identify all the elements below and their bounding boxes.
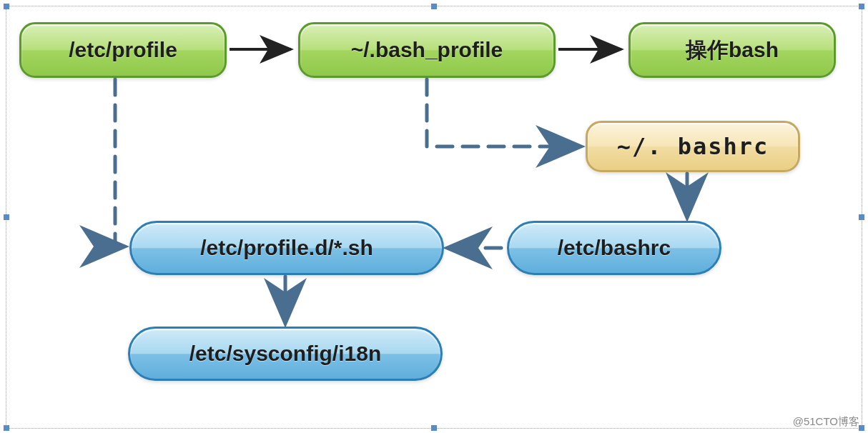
node-profile-d: /etc/profile.d/*.sh bbox=[129, 221, 444, 275]
node-sysconfig-i18n: /etc/sysconfig/i18n bbox=[128, 327, 443, 381]
node-etc-profile: /etc/profile bbox=[19, 22, 227, 78]
diagram-canvas: /etc/profile ~/.bash_profile 操作bash ~/. … bbox=[6, 6, 862, 429]
node-home-bashrc: ~/. bashrc bbox=[586, 121, 800, 172]
node-bash-profile: ~/.bash_profile bbox=[298, 22, 556, 78]
node-etc-bashrc: /etc/bashrc bbox=[507, 221, 721, 275]
node-operate-bash: 操作bash bbox=[628, 22, 836, 78]
watermark: @51CTO博客 bbox=[793, 415, 859, 429]
